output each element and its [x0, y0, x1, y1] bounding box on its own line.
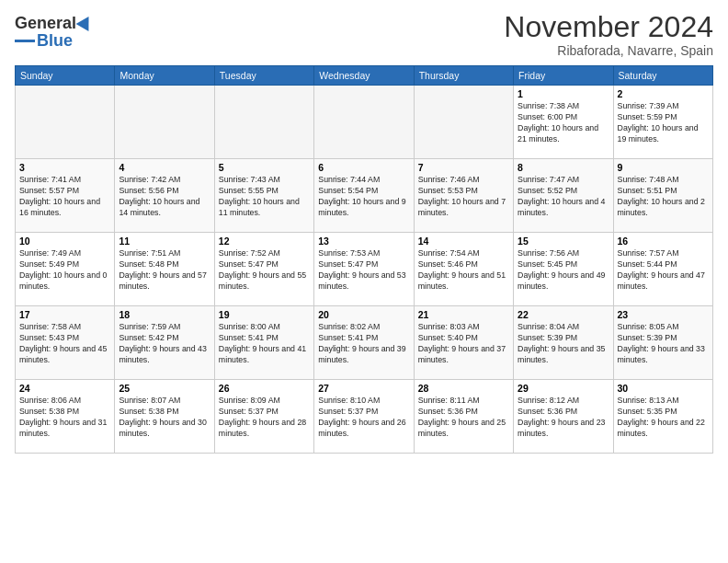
location: Ribaforada, Navarre, Spain: [504, 43, 713, 58]
calendar-cell: [115, 86, 214, 159]
day-info: Sunrise: 7:59 AMSunset: 5:42 PMDaylight:…: [119, 322, 210, 366]
day-info: Sunrise: 7:49 AMSunset: 5:49 PMDaylight:…: [19, 248, 110, 293]
day-number: 8: [518, 162, 609, 173]
header: General Blue November 2024 Ribaforada, N…: [15, 11, 713, 58]
calendar-cell: [314, 86, 414, 159]
logo-blue-text: Blue: [37, 31, 73, 51]
day-info: Sunrise: 8:03 AMSunset: 5:40 PMDaylight:…: [418, 322, 509, 366]
calendar-cell: 5Sunrise: 7:43 AMSunset: 5:55 PMDaylight…: [214, 159, 313, 233]
calendar-cell: 30Sunrise: 8:13 AMSunset: 5:35 PMDayligh…: [613, 380, 712, 454]
day-number: 10: [19, 236, 110, 247]
calendar-cell: 19Sunrise: 8:00 AMSunset: 5:41 PMDayligh…: [214, 306, 313, 380]
calendar-cell: 12Sunrise: 7:52 AMSunset: 5:47 PMDayligh…: [214, 233, 313, 306]
calendar: SundayMondayTuesdayWednesdayThursdayFrid…: [15, 65, 713, 454]
day-number: 9: [618, 162, 709, 173]
calendar-cell: 16Sunrise: 7:57 AMSunset: 5:44 PMDayligh…: [613, 233, 712, 306]
day-number: 27: [318, 383, 409, 394]
calendar-cell: [16, 86, 115, 159]
day-info: Sunrise: 7:43 AMSunset: 5:55 PMDaylight:…: [219, 175, 310, 219]
day-number: 26: [219, 383, 310, 394]
day-number: 1: [518, 88, 609, 99]
day-number: 24: [19, 383, 110, 394]
calendar-header-row: SundayMondayTuesdayWednesdayThursdayFrid…: [16, 66, 713, 86]
day-number: 25: [119, 383, 210, 394]
day-number: 3: [19, 162, 110, 173]
day-number: 17: [19, 309, 110, 320]
column-header-saturday: Saturday: [613, 66, 712, 86]
calendar-cell: 23Sunrise: 8:05 AMSunset: 5:39 PMDayligh…: [613, 306, 712, 380]
month-title: November 2024: [504, 11, 713, 43]
column-header-tuesday: Tuesday: [214, 66, 313, 86]
calendar-week-row: 24Sunrise: 8:06 AMSunset: 5:38 PMDayligh…: [16, 380, 713, 454]
calendar-cell: 1Sunrise: 7:38 AMSunset: 6:00 PMDaylight…: [514, 86, 613, 159]
day-number: 7: [418, 162, 509, 173]
day-info: Sunrise: 7:46 AMSunset: 5:53 PMDaylight:…: [418, 175, 509, 219]
day-info: Sunrise: 7:56 AMSunset: 5:45 PMDaylight:…: [518, 248, 609, 293]
logo: General Blue: [15, 11, 93, 51]
day-number: 28: [418, 383, 509, 394]
calendar-week-row: 17Sunrise: 7:58 AMSunset: 5:43 PMDayligh…: [16, 306, 713, 380]
calendar-cell: 15Sunrise: 7:56 AMSunset: 5:45 PMDayligh…: [514, 233, 613, 306]
calendar-cell: 17Sunrise: 7:58 AMSunset: 5:43 PMDayligh…: [16, 306, 115, 380]
day-info: Sunrise: 7:51 AMSunset: 5:48 PMDaylight:…: [119, 248, 210, 293]
day-info: Sunrise: 8:00 AMSunset: 5:41 PMDaylight:…: [219, 322, 310, 366]
calendar-cell: 29Sunrise: 8:12 AMSunset: 5:36 PMDayligh…: [514, 380, 613, 454]
day-number: 15: [518, 236, 609, 247]
calendar-cell: 13Sunrise: 7:53 AMSunset: 5:47 PMDayligh…: [314, 233, 414, 306]
title-area: November 2024 Ribaforada, Navarre, Spain: [504, 11, 713, 58]
day-number: 22: [518, 309, 609, 320]
calendar-cell: 18Sunrise: 7:59 AMSunset: 5:42 PMDayligh…: [115, 306, 214, 380]
calendar-cell: 26Sunrise: 8:09 AMSunset: 5:37 PMDayligh…: [214, 380, 313, 454]
calendar-cell: 8Sunrise: 7:47 AMSunset: 5:52 PMDaylight…: [514, 159, 613, 233]
calendar-cell: 10Sunrise: 7:49 AMSunset: 5:49 PMDayligh…: [16, 233, 115, 306]
calendar-cell: [414, 86, 513, 159]
day-info: Sunrise: 7:38 AMSunset: 6:00 PMDaylight:…: [518, 101, 609, 145]
day-number: 16: [618, 236, 709, 247]
calendar-cell: 3Sunrise: 7:41 AMSunset: 5:57 PMDaylight…: [16, 159, 115, 233]
day-info: Sunrise: 8:13 AMSunset: 5:35 PMDaylight:…: [618, 396, 709, 440]
calendar-week-row: 3Sunrise: 7:41 AMSunset: 5:57 PMDaylight…: [16, 159, 713, 233]
day-number: 30: [618, 383, 709, 394]
day-info: Sunrise: 7:39 AMSunset: 5:59 PMDaylight:…: [618, 101, 709, 145]
day-info: Sunrise: 7:53 AMSunset: 5:47 PMDaylight:…: [318, 248, 409, 293]
day-number: 13: [318, 236, 409, 247]
calendar-cell: 21Sunrise: 8:03 AMSunset: 5:40 PMDayligh…: [414, 306, 513, 380]
day-number: 23: [618, 309, 709, 320]
day-info: Sunrise: 8:10 AMSunset: 5:37 PMDaylight:…: [318, 396, 409, 440]
day-info: Sunrise: 7:42 AMSunset: 5:56 PMDaylight:…: [119, 175, 210, 219]
day-info: Sunrise: 7:54 AMSunset: 5:46 PMDaylight:…: [418, 248, 509, 293]
day-info: Sunrise: 8:11 AMSunset: 5:36 PMDaylight:…: [418, 396, 509, 440]
day-number: 4: [119, 162, 210, 173]
calendar-cell: 14Sunrise: 7:54 AMSunset: 5:46 PMDayligh…: [414, 233, 513, 306]
day-number: 2: [618, 88, 709, 99]
day-number: 6: [318, 162, 409, 173]
calendar-cell: 25Sunrise: 8:07 AMSunset: 5:38 PMDayligh…: [115, 380, 214, 454]
column-header-wednesday: Wednesday: [314, 66, 414, 86]
calendar-cell: 27Sunrise: 8:10 AMSunset: 5:37 PMDayligh…: [314, 380, 414, 454]
day-info: Sunrise: 8:12 AMSunset: 5:36 PMDaylight:…: [518, 396, 609, 440]
day-number: 14: [418, 236, 509, 247]
day-info: Sunrise: 7:52 AMSunset: 5:47 PMDaylight:…: [219, 248, 310, 293]
day-number: 21: [418, 309, 509, 320]
calendar-cell: [214, 86, 313, 159]
calendar-cell: 22Sunrise: 8:04 AMSunset: 5:39 PMDayligh…: [514, 306, 613, 380]
day-info: Sunrise: 7:44 AMSunset: 5:54 PMDaylight:…: [318, 175, 409, 219]
day-number: 11: [119, 236, 210, 247]
logo-triangle-icon: [76, 13, 96, 31]
column-header-monday: Monday: [115, 66, 214, 86]
calendar-cell: 11Sunrise: 7:51 AMSunset: 5:48 PMDayligh…: [115, 233, 214, 306]
logo-general-text: General: [15, 15, 76, 31]
day-info: Sunrise: 8:07 AMSunset: 5:38 PMDaylight:…: [119, 396, 210, 440]
calendar-cell: 28Sunrise: 8:11 AMSunset: 5:36 PMDayligh…: [414, 380, 513, 454]
day-number: 5: [219, 162, 310, 173]
calendar-cell: 7Sunrise: 7:46 AMSunset: 5:53 PMDaylight…: [414, 159, 513, 233]
day-info: Sunrise: 7:48 AMSunset: 5:51 PMDaylight:…: [618, 175, 709, 219]
day-number: 18: [119, 309, 210, 320]
day-number: 20: [318, 309, 409, 320]
day-number: 19: [219, 309, 310, 320]
day-info: Sunrise: 8:09 AMSunset: 5:37 PMDaylight:…: [219, 396, 310, 440]
page: General Blue November 2024 Ribaforada, N…: [0, 0, 728, 563]
calendar-cell: 20Sunrise: 8:02 AMSunset: 5:41 PMDayligh…: [314, 306, 414, 380]
day-number: 12: [219, 236, 310, 247]
day-info: Sunrise: 8:06 AMSunset: 5:38 PMDaylight:…: [19, 396, 110, 440]
